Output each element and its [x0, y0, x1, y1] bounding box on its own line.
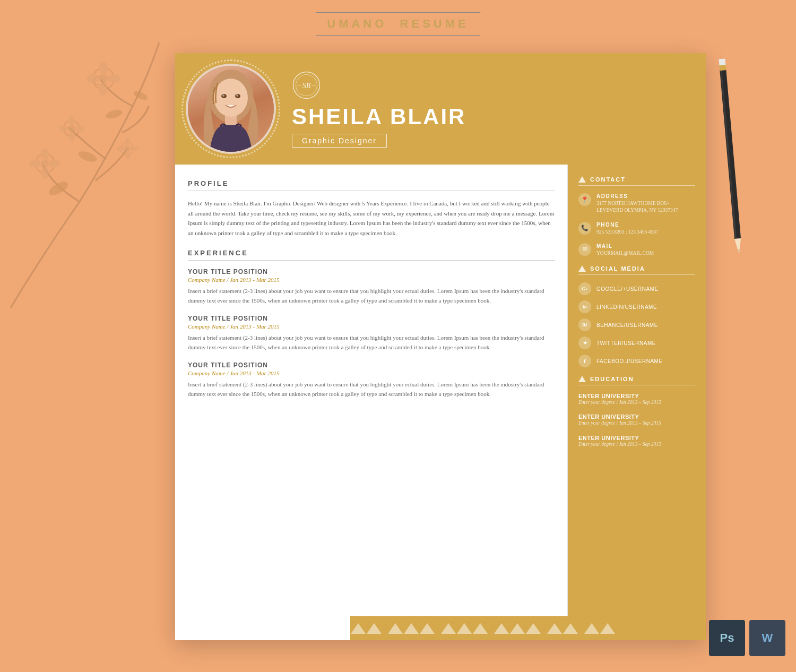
- deco-triangle: [547, 623, 562, 634]
- svg-point-4: [30, 160, 41, 167]
- phone-icon: 📞: [578, 222, 591, 235]
- brand-hexagon: UMANO RESUME: [305, 12, 490, 36]
- svg-point-20: [125, 138, 130, 147]
- exp-title-2: YOUR TITLE POSITION: [188, 315, 555, 322]
- profile-photo: [186, 64, 276, 154]
- svg-point-41: [236, 94, 238, 97]
- education-section-header: EDUCATION: [578, 376, 695, 385]
- edu-detail-1: Enter your degree / Jan 2013 – Sep 2015: [578, 399, 695, 406]
- edu-item-2: ENTER UNIVERSITY Enter your degree / Jan…: [578, 413, 695, 427]
- deco-triangle: [473, 623, 488, 634]
- edu-item-3: ENTER UNIVERSITY Enter your degree / Jan…: [578, 435, 695, 448]
- exp-desc-1: Insert a brief statement (2-3 lines) abo…: [188, 286, 555, 305]
- pencil-decoration: [717, 58, 743, 260]
- photoshop-badge: Ps: [709, 620, 745, 656]
- triangle-icon-2: [578, 265, 586, 272]
- social-behance-text: BEHANCE/USERNAME: [596, 322, 658, 328]
- contact-section-header: CONTACT: [578, 176, 695, 186]
- mail-value: YOURMAIL@MAIL.COM: [596, 250, 695, 257]
- deco-triangle: [441, 623, 456, 634]
- experience-item-3: YOUR TITLE POSITION Company Name / Jan 2…: [188, 361, 555, 399]
- social-facebook-text: FACEBOO.J/USERNAME: [596, 358, 663, 364]
- deco-triangle: [563, 623, 578, 634]
- svg-point-3: [41, 167, 49, 179]
- contact-address: 📍 ADDRESS 3177 NORTH HAWTHOME BOU- LEVEV…: [578, 193, 695, 214]
- svg-point-37: [214, 79, 248, 117]
- deco-triangle: [367, 623, 382, 634]
- decorative-bottom-strip: [350, 616, 616, 640]
- svg-point-13: [99, 74, 108, 83]
- social-section-header: SOCIAL MEDIA: [578, 265, 695, 275]
- svg-point-17: [108, 74, 120, 83]
- social-facebook: f FACEBOO.J/USERNAME: [578, 355, 695, 367]
- profile-section-header: PROFILE: [188, 179, 555, 191]
- edu-name-1: ENTER UNIVERSITY: [578, 393, 695, 399]
- edu-detail-2: Enter your degree / Jan 2013 – Sep 2015: [578, 420, 695, 427]
- address-label: ADDRESS: [596, 193, 695, 199]
- deco-triangle: [404, 623, 419, 634]
- svg-point-19: [125, 146, 130, 151]
- google-icon: G+: [578, 282, 591, 295]
- svg-point-2: [41, 148, 49, 160]
- svg-point-7: [68, 125, 75, 132]
- svg-point-1: [41, 160, 49, 167]
- svg-point-21: [125, 151, 130, 159]
- exp-company-1: Company Name / Jan 2013 - Mar 2015: [188, 277, 555, 283]
- deco-triangle: [388, 623, 403, 634]
- resume-header: SB SHEILA BLAIR Graphic Designer: [175, 53, 706, 165]
- svg-point-8: [68, 116, 75, 125]
- edu-name-3: ENTER UNIVERSITY: [578, 435, 695, 441]
- svg-point-5: [49, 160, 60, 167]
- contact-mail: ✉ MAIL YOURMAIL@MAIL.COM: [578, 243, 695, 257]
- edu-detail-3: Enter your degree / Jan 2013 – Sep 2015: [578, 441, 695, 448]
- name-section: SB SHEILA BLAIR Graphic Designer: [292, 71, 690, 148]
- edu-name-2: ENTER UNIVERSITY: [578, 413, 695, 420]
- profile-text: Hello! My name is Sheila Blair. I'm Grap…: [188, 199, 555, 238]
- svg-point-11: [75, 125, 84, 132]
- word-badge: W: [749, 620, 785, 656]
- svg-point-23: [129, 146, 138, 151]
- exp-title-1: YOUR TITLE POSITION: [188, 268, 555, 275]
- edu-item-1: ENTER UNIVERSITY Enter your degree / Jan…: [578, 393, 695, 406]
- app-badges: Ps W: [709, 620, 785, 656]
- exp-company-3: Company Name / Jan 2013 - Mar 2015: [188, 370, 555, 376]
- exp-title-3: YOUR TITLE POSITION: [188, 361, 555, 369]
- deco-triangle: [457, 623, 472, 634]
- experience-item-1: YOUR TITLE POSITION Company Name / Jan 2…: [188, 268, 555, 305]
- exp-desc-3: Insert a brief statement (2-3 lines) abo…: [188, 380, 555, 399]
- phone-value: 925 533 8263 ; 123 3456 4587: [596, 229, 695, 236]
- triangle-icon: [578, 176, 586, 183]
- left-column: PROFILE Hello! My name is Sheila Blair. …: [175, 165, 568, 640]
- svg-point-26: [77, 149, 98, 163]
- experience-item-2: YOUR TITLE POSITION Company Name / Jan 2…: [188, 315, 555, 352]
- svg-point-9: [68, 132, 75, 141]
- svg-point-16: [86, 74, 99, 83]
- social-google-text: GOOGLE/+USERNAME: [596, 286, 659, 292]
- social-google: G+ GOOGLE/+USERNAME: [578, 282, 695, 295]
- svg-rect-34: [719, 58, 725, 65]
- social-twitter-text: TWITTER/USERNAME: [596, 340, 656, 346]
- monogram-icon: SB: [292, 71, 321, 100]
- floral-decoration: [0, 0, 180, 318]
- mail-label: MAIL: [596, 243, 695, 249]
- brand-bar: UMANO RESUME: [0, 0, 796, 48]
- social-linkedin: in LINKEDIN/USERNAME: [578, 300, 695, 313]
- deco-triangle: [600, 623, 615, 634]
- svg-point-10: [59, 125, 68, 132]
- svg-point-27: [105, 108, 124, 120]
- svg-marker-31: [734, 238, 742, 255]
- mail-icon: ✉: [578, 243, 591, 256]
- svg-point-15: [99, 83, 108, 96]
- deco-triangle: [351, 623, 366, 634]
- brand-title: UMANO RESUME: [327, 17, 469, 31]
- deco-triangle: [510, 623, 525, 634]
- social-linkedin-text: LINKEDIN/USERNAME: [596, 304, 657, 310]
- svg-point-22: [117, 146, 125, 151]
- triangle-icon-3: [578, 376, 586, 382]
- deco-triangle: [420, 623, 435, 634]
- deco-triangle: [526, 623, 541, 634]
- deco-triangle: [584, 623, 599, 634]
- svg-point-40: [222, 94, 224, 97]
- exp-company-2: Company Name / Jan 2013 - Mar 2015: [188, 323, 555, 330]
- behance-icon: Bé: [578, 318, 591, 331]
